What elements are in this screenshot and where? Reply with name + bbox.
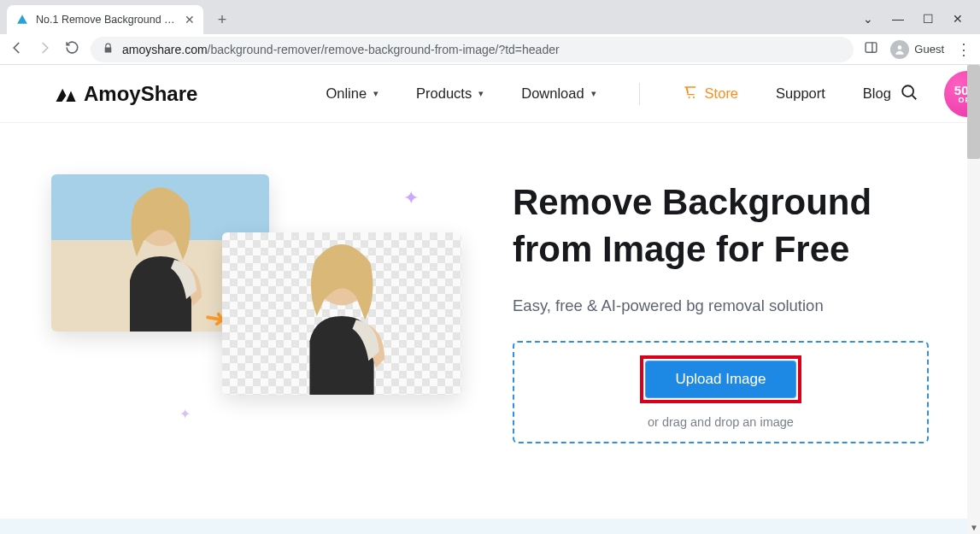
- svg-point-7: [693, 96, 695, 97]
- profile-button[interactable]: Guest: [890, 40, 944, 59]
- chevron-down-icon[interactable]: ⌄: [863, 12, 873, 26]
- logo-mark-icon: [53, 85, 77, 103]
- svg-point-3: [898, 45, 902, 50]
- nav-divider: [639, 83, 640, 105]
- page-title: Remove Background from Image for Free: [513, 179, 929, 273]
- upload-image-button[interactable]: Upload Image: [645, 361, 797, 398]
- hero-copy: Remove Background from Image for Free Ea…: [513, 174, 929, 443]
- window-controls: ⌄ — ☐ ✕: [863, 12, 980, 34]
- after-image: [222, 232, 461, 395]
- svg-rect-1: [866, 43, 877, 52]
- close-window-icon[interactable]: ✕: [953, 12, 963, 26]
- new-tab-button[interactable]: +: [210, 8, 234, 32]
- nav-support[interactable]: Support: [776, 85, 825, 102]
- lock-icon: [103, 43, 114, 56]
- brand-name: AmoyShare: [84, 82, 197, 106]
- reload-icon[interactable]: [63, 40, 80, 58]
- hero-visual: ✦ ➜ ✦: [51, 174, 461, 431]
- avatar-icon: [890, 40, 909, 59]
- chevron-down-icon: ▾: [478, 88, 484, 99]
- cart-icon: [683, 85, 698, 103]
- svg-point-6: [688, 96, 690, 97]
- back-icon[interactable]: [9, 40, 26, 59]
- svg-marker-4: [56, 88, 67, 101]
- tab-title: No.1 Remove Background from I: [36, 14, 178, 26]
- drop-hint: or drag and drop an image: [648, 415, 794, 429]
- brand-logo[interactable]: AmoyShare: [53, 82, 197, 106]
- nav-online[interactable]: Online ▾: [326, 85, 379, 102]
- svg-marker-5: [66, 91, 75, 102]
- sparkle-icon: ✦: [179, 406, 191, 422]
- tab-close-icon[interactable]: ✕: [185, 13, 195, 26]
- svg-point-8: [902, 85, 913, 97]
- address-bar[interactable]: amoyshare.com/background-remover/remove-…: [91, 37, 854, 62]
- sparkle-icon: ✦: [403, 187, 419, 209]
- svg-marker-0: [17, 15, 27, 24]
- tab-favicon-icon: [15, 13, 29, 26]
- nav-products[interactable]: Products ▾: [416, 85, 484, 102]
- browser-toolbar: amoyshare.com/background-remover/remove-…: [0, 34, 980, 65]
- main-nav: Online ▾ Products ▾ Download ▾ Store Sup…: [326, 83, 890, 105]
- chevron-down-icon: ▾: [373, 88, 379, 99]
- url-text: amoyshare.com/background-remover/remove-…: [122, 43, 560, 56]
- kebab-menu-icon[interactable]: ⋮: [956, 40, 971, 59]
- browser-tab-strip: No.1 Remove Background from I ✕ + ⌄ — ☐ …: [0, 0, 980, 34]
- scrollbar-thumb[interactable]: [967, 65, 980, 159]
- nav-blog[interactable]: Blog: [863, 85, 891, 102]
- page-subtitle: Easy, free & AI-powered bg removal solut…: [513, 296, 929, 315]
- minimize-icon[interactable]: —: [892, 12, 904, 26]
- scroll-down-icon[interactable]: ▼: [970, 523, 978, 532]
- panel-icon[interactable]: [864, 40, 878, 58]
- nav-store[interactable]: Store: [683, 85, 738, 103]
- nav-download[interactable]: Download ▾: [521, 85, 596, 102]
- upload-button-highlight: Upload Image: [640, 355, 802, 403]
- profile-label: Guest: [914, 43, 944, 56]
- forward-icon: [36, 40, 53, 59]
- chevron-down-icon: ▾: [591, 88, 596, 99]
- page-scrollbar[interactable]: ▼: [967, 65, 980, 534]
- site-header: AmoyShare Online ▾ Products ▾ Download ▾…: [0, 65, 980, 123]
- hero-section: ✦ ➜ ✦ Remove Background from I: [0, 123, 980, 478]
- maximize-icon[interactable]: ☐: [923, 12, 934, 26]
- upload-dropzone[interactable]: Upload Image or drag and drop an image: [513, 341, 929, 443]
- browser-tab[interactable]: No.1 Remove Background from I ✕: [7, 5, 203, 34]
- footer-band: [0, 519, 967, 534]
- svg-line-9: [913, 95, 917, 99]
- search-icon[interactable]: [900, 83, 918, 105]
